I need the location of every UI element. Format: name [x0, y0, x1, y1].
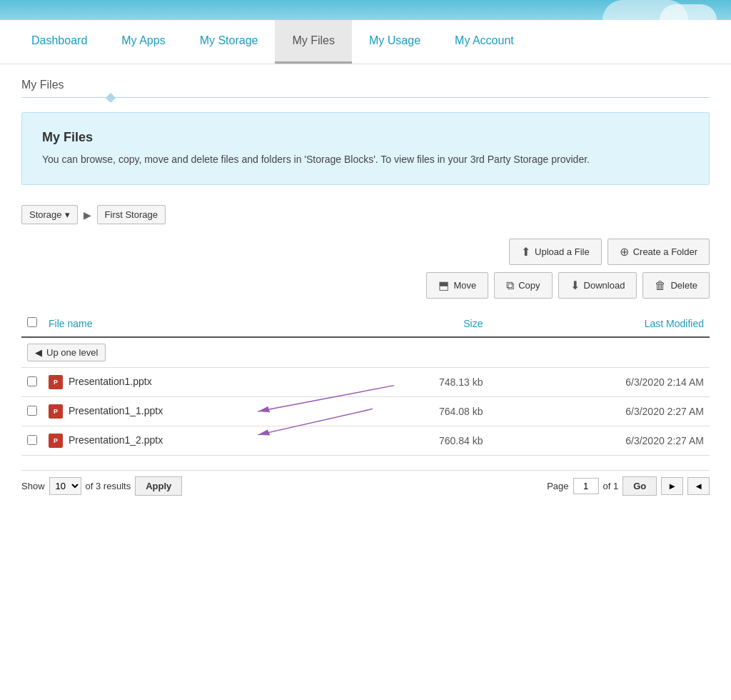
table-row: P Presentation1.pptx 748.13 kb 6/3/2020 …: [21, 368, 710, 397]
toolbar-row-1: ⬆ Upload a File ⊕ Create a Folder: [21, 239, 710, 265]
nav-item-my-apps[interactable]: My Apps: [104, 20, 182, 64]
table-row: P Presentation1_1.pptx 764.08 kb 6/3/202…: [21, 397, 710, 426]
create-folder-icon: ⊕: [620, 245, 629, 259]
folder-button[interactable]: First Storage: [97, 205, 166, 224]
of-total-label: of 1: [603, 481, 619, 491]
file-name-cell-2[interactable]: P Presentation1_1.pptx: [43, 397, 353, 426]
info-box-description: You can browse, copy, move and delete fi…: [42, 152, 689, 167]
breadcrumb-separator: ▶: [84, 209, 91, 221]
pptx-icon-1: P: [49, 375, 63, 389]
file-size-cell-1: 748.13 kb: [353, 368, 489, 397]
results-label: results: [104, 481, 131, 491]
create-folder-label: Create a Folder: [633, 246, 697, 257]
page-title: My Files: [21, 79, 710, 91]
breadcrumb: Storage ▾ ▶ First Storage: [21, 205, 710, 224]
of-label: of: [86, 481, 94, 491]
last-modified-header[interactable]: Last Modified: [488, 310, 710, 337]
pagination-right: Page of 1 Go ► ◄: [547, 476, 710, 496]
file-size-cell-2: 764.08 kb: [353, 397, 489, 426]
up-one-level-icon: ◀: [35, 347, 42, 358]
file-checkbox-2[interactable]: [27, 406, 37, 416]
file-table: File name Size Last Modified ◀ Up one le…: [21, 310, 710, 456]
move-button[interactable]: ⬒ Move: [426, 272, 488, 299]
page-input[interactable]: [573, 478, 599, 494]
show-select[interactable]: 10 25 50: [49, 477, 81, 495]
file-name-cell-3[interactable]: P Presentation1_2.pptx: [43, 426, 353, 456]
filename-header[interactable]: File name: [43, 310, 353, 337]
delete-label: Delete: [670, 280, 697, 291]
apply-button[interactable]: Apply: [135, 476, 182, 496]
storage-label: Storage: [29, 209, 62, 220]
file-checkbox-3[interactable]: [27, 435, 37, 445]
page-content: My Files My Files You can browse, copy, …: [0, 64, 731, 516]
select-all-checkbox[interactable]: [27, 317, 37, 327]
header-bg: [0, 0, 731, 20]
file-date-cell-3: 6/3/2020 2:27 AM: [488, 426, 710, 456]
pptx-icon-2: P: [49, 404, 63, 419]
up-one-level-label: Up one level: [46, 347, 98, 358]
pagination-bar: Show 10 25 50 of 3 results Apply Page of…: [21, 470, 710, 501]
toolbar-row-2: ⬒ Move ⧉ Copy ⬇ Download 🗑 Delete: [21, 272, 710, 299]
nav-item-my-files[interactable]: My Files: [275, 20, 352, 64]
select-all-header: [21, 310, 43, 337]
file-checkbox-1[interactable]: [27, 376, 37, 386]
file-date-cell-2: 6/3/2020 2:27 AM: [488, 397, 710, 426]
copy-icon: ⧉: [506, 279, 514, 292]
file-name-2: Presentation1_1.pptx: [69, 405, 163, 416]
file-date-cell-1: 6/3/2020 2:14 AM: [488, 368, 710, 397]
download-button[interactable]: ⬇ Download: [558, 272, 637, 299]
file-checkbox-cell-2: [21, 397, 43, 426]
move-icon: ⬒: [438, 279, 449, 292]
page-divider: [21, 97, 710, 98]
go-button[interactable]: Go: [622, 476, 657, 496]
cloud-decoration-2: [660, 4, 717, 20]
file-table-wrapper: File name Size Last Modified ◀ Up one le…: [21, 310, 710, 456]
folder-label: First Storage: [105, 209, 158, 220]
file-name-cell-1[interactable]: P Presentation1.pptx: [43, 368, 353, 397]
main-nav: Dashboard My Apps My Storage My Files My…: [0, 20, 731, 64]
next-page-button[interactable]: ►: [661, 477, 683, 495]
upload-icon: ⬆: [521, 245, 530, 259]
pptx-icon-3: P: [49, 434, 63, 448]
file-checkbox-cell-3: [21, 426, 43, 456]
file-size-cell-3: 760.84 kb: [353, 426, 489, 456]
download-label: Download: [584, 280, 625, 291]
upload-label: Upload a File: [535, 246, 590, 257]
storage-dropdown-icon: ▾: [65, 209, 70, 220]
file-checkbox-cell-1: [21, 368, 43, 397]
results-count: 3: [96, 481, 101, 491]
page-label: Page: [547, 481, 568, 491]
results-text: of 3 results: [86, 481, 131, 491]
nav-item-my-usage[interactable]: My Usage: [352, 20, 438, 64]
info-box-heading: My Files: [42, 130, 689, 145]
create-folder-button[interactable]: ⊕ Create a Folder: [608, 239, 710, 265]
storage-dropdown-button[interactable]: Storage ▾: [21, 205, 78, 224]
info-box: My Files You can browse, copy, move and …: [21, 112, 710, 185]
upload-file-button[interactable]: ⬆ Upload a File: [509, 239, 602, 265]
nav-item-my-storage[interactable]: My Storage: [183, 20, 276, 64]
copy-label: Copy: [518, 280, 540, 291]
file-name-3: Presentation1_2.pptx: [69, 434, 163, 446]
table-header-row: File name Size Last Modified: [21, 310, 710, 337]
delete-button[interactable]: 🗑 Delete: [642, 272, 710, 299]
file-name-1: Presentation1.pptx: [69, 376, 152, 387]
nav-item-my-account[interactable]: My Account: [438, 20, 531, 64]
up-one-level-row: ◀ Up one level: [21, 337, 710, 368]
size-header[interactable]: Size: [353, 310, 489, 337]
nav-item-dashboard[interactable]: Dashboard: [14, 20, 104, 64]
copy-button[interactable]: ⧉ Copy: [494, 272, 552, 299]
delete-icon: 🗑: [655, 279, 666, 292]
pagination-left: Show 10 25 50 of 3 results Apply: [21, 476, 182, 496]
move-label: Move: [453, 280, 476, 291]
download-icon: ⬇: [570, 279, 580, 292]
show-label: Show: [21, 481, 45, 491]
up-one-level-button[interactable]: ◀ Up one level: [27, 344, 106, 361]
table-row: P Presentation1_2.pptx 760.84 kb 6/3/202…: [21, 426, 710, 456]
prev-page-button[interactable]: ◄: [687, 477, 710, 495]
